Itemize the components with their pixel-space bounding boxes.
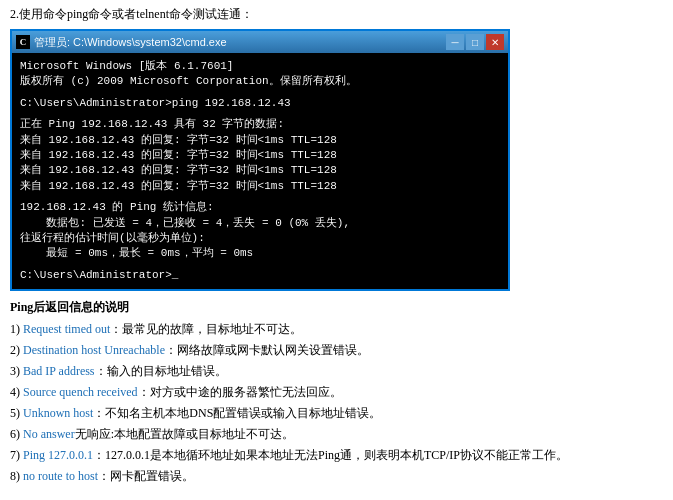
ping-item-label-text: no route to host (23, 469, 98, 483)
ping-item-label-text: Request timed out (23, 322, 110, 336)
ping-item: 8) no route to host：网卡配置错误。 (10, 467, 663, 485)
cmd-line: C:\Users\Administrator>ping 192.168.12.4… (20, 96, 500, 111)
top-instruction: 2.使用命令ping命令或者telnent命令测试连通： (10, 6, 663, 23)
cmd-titlebar: C 管理员: C:\Windows\system32\cmd.exe ─ □ ✕ (12, 31, 508, 53)
cmd-controls: ─ □ ✕ (446, 34, 504, 50)
ping-item-number: 3) (10, 364, 23, 378)
ping-item-label-text: Source quench received (23, 385, 138, 399)
ping-section-title: Ping后返回信息的说明 (10, 299, 663, 316)
ping-item-number: 1) (10, 322, 23, 336)
cmd-icon: C (16, 35, 30, 49)
cmd-line: C:\Users\Administrator>_ (20, 268, 500, 283)
ping-items-list: 1) Request timed out：最常见的故障，目标地址不可达。2) D… (10, 320, 663, 485)
ping-item-label-text: Unknown host (23, 406, 93, 420)
ping-item-description: ：网络故障或网卡默认网关设置错误。 (165, 343, 369, 357)
ping-item-number: 7) (10, 448, 23, 462)
cmd-title-text: 管理员: C:\Windows\system32\cmd.exe (34, 35, 227, 50)
ping-item: 2) Destination host Unreachable：网络故障或网卡默… (10, 341, 663, 359)
ping-item: 6) No answer无响应:本地配置故障或目标地址不可达。 (10, 425, 663, 443)
cmd-line: 192.168.12.43 的 Ping 统计信息: (20, 200, 500, 215)
ping-item-description: ：对方或中途的服务器繁忙无法回应。 (138, 385, 342, 399)
cmd-line: 版权所有 (c) 2009 Microsoft Corporation。保留所有… (20, 74, 500, 89)
ping-item-label-text: Ping 127.0.0.1 (23, 448, 93, 462)
cmd-window: C 管理员: C:\Windows\system32\cmd.exe ─ □ ✕… (10, 29, 510, 291)
cmd-line: 来自 192.168.12.43 的回复: 字节=32 时间<1ms TTL=1… (20, 163, 500, 178)
ping-item-description: ：最常见的故障，目标地址不可达。 (110, 322, 302, 336)
cmd-body: Microsoft Windows [版本 6.1.7601]版权所有 (c) … (12, 53, 508, 289)
cmd-line: 最短 = 0ms，最长 = 0ms，平均 = 0ms (20, 246, 500, 261)
ping-item-label-text: Bad IP address (23, 364, 95, 378)
ping-item-description: ：不知名主机本地DNS配置错误或输入目标地址错误。 (93, 406, 381, 420)
ping-item-description: 无响应:本地配置故障或目标地址不可达。 (75, 427, 294, 441)
ping-item-number: 4) (10, 385, 23, 399)
ping-item-number: 5) (10, 406, 23, 420)
cmd-line: 正在 Ping 192.168.12.43 具有 32 字节的数据: (20, 117, 500, 132)
cmd-line: 往返行程的估计时间(以毫秒为单位): (20, 231, 500, 246)
minimize-button[interactable]: ─ (446, 34, 464, 50)
cmd-line: 来自 192.168.12.43 的回复: 字节=32 时间<1ms TTL=1… (20, 148, 500, 163)
ping-item: 1) Request timed out：最常见的故障，目标地址不可达。 (10, 320, 663, 338)
close-button[interactable]: ✕ (486, 34, 504, 50)
ping-item-label-text: No answer (23, 427, 75, 441)
ping-item: 3) Bad IP address：输入的目标地址错误。 (10, 362, 663, 380)
cmd-line: 来自 192.168.12.43 的回复: 字节=32 时间<1ms TTL=1… (20, 133, 500, 148)
maximize-button[interactable]: □ (466, 34, 484, 50)
cmd-line: Microsoft Windows [版本 6.1.7601] (20, 59, 500, 74)
ping-item-description: ：输入的目标地址错误。 (95, 364, 227, 378)
ping-item: 5) Unknown host：不知名主机本地DNS配置错误或输入目标地址错误。 (10, 404, 663, 422)
ping-item-label-text: Destination host Unreachable (23, 343, 165, 357)
ping-item: 4) Source quench received：对方或中途的服务器繁忙无法回… (10, 383, 663, 401)
ping-item-description: ：127.0.0.1是本地循环地址如果本地址无法Ping通，则表明本机TCP/I… (93, 448, 568, 462)
ping-item-number: 6) (10, 427, 23, 441)
ping-item-description: ：网卡配置错误。 (98, 469, 194, 483)
cmd-title-left: C 管理员: C:\Windows\system32\cmd.exe (16, 35, 227, 50)
cmd-line: 数据包: 已发送 = 4，已接收 = 4，丢失 = 0 (0% 丢失), (20, 216, 500, 231)
ping-item-number: 2) (10, 343, 23, 357)
ping-item: 7) Ping 127.0.0.1：127.0.0.1是本地循环地址如果本地址无… (10, 446, 663, 464)
ping-item-number: 8) (10, 469, 23, 483)
cmd-line: 来自 192.168.12.43 的回复: 字节=32 时间<1ms TTL=1… (20, 179, 500, 194)
